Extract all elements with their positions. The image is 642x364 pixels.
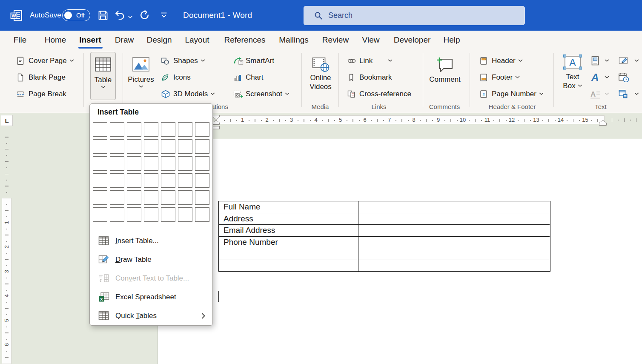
menu-item-draw-table[interactable]: Draw Table	[90, 250, 212, 269]
pictures-button[interactable]: Pictures	[129, 52, 153, 100]
document-table[interactable]: Full NameAddressEmail AddressPhone Numbe…	[218, 201, 550, 272]
grid-cell[interactable]	[178, 122, 192, 137]
page-number-button[interactable]: #Page Number	[479, 88, 544, 100]
icons-button[interactable]: Icons	[161, 72, 191, 83]
grid-cell[interactable]	[110, 139, 124, 154]
grid-cell[interactable]	[178, 156, 192, 171]
comment-button[interactable]: Comment	[432, 52, 458, 100]
tab-developer[interactable]: Developer	[394, 31, 431, 49]
table-cell-value[interactable]	[358, 237, 550, 248]
search-input[interactable]: Search	[304, 6, 525, 25]
grid-cell[interactable]	[144, 122, 158, 137]
grid-cell[interactable]	[127, 190, 141, 205]
table-cell-value[interactable]	[358, 248, 550, 260]
grid-cell[interactable]	[110, 122, 124, 137]
save-button[interactable]	[97, 10, 109, 23]
grid-cell[interactable]	[93, 207, 107, 222]
grid-cell[interactable]	[93, 122, 107, 137]
redo-button[interactable]	[139, 9, 150, 23]
menu-item-quick-tables[interactable]: Quick Tables	[90, 307, 212, 325]
grid-cell[interactable]	[161, 173, 175, 188]
undo-button[interactable]	[114, 9, 126, 23]
table-cell-label[interactable]	[219, 260, 358, 272]
menu-item-insert-table-[interactable]: Insert Table...	[90, 232, 212, 250]
grid-cell[interactable]	[161, 156, 175, 171]
grid-cell[interactable]	[127, 207, 141, 222]
tab-mailings[interactable]: Mailings	[279, 31, 309, 49]
menu-item-excel-spreadsheet[interactable]: xExcel Spreadsheet	[90, 288, 212, 307]
grid-cell[interactable]	[127, 156, 141, 171]
grid-cell[interactable]	[178, 173, 192, 188]
grid-cell[interactable]	[93, 139, 107, 154]
table-button[interactable]: Table	[90, 52, 116, 100]
grid-cell[interactable]	[195, 139, 209, 154]
tab-review[interactable]: Review	[322, 31, 349, 49]
grid-cell[interactable]	[144, 139, 158, 154]
right-indent-marker[interactable]	[599, 120, 607, 127]
header-button[interactable]: Header	[479, 55, 523, 66]
cross-reference-button[interactable]: Cross-reference	[347, 88, 411, 100]
table-cell-value[interactable]	[358, 225, 550, 236]
quick-parts-button[interactable]	[590, 55, 609, 66]
table-cell-label[interactable]: Full Name	[219, 201, 358, 213]
grid-cell[interactable]	[195, 190, 209, 205]
grid-cell[interactable]	[161, 207, 175, 222]
grid-cell[interactable]	[178, 207, 192, 222]
wordart-button[interactable]: A	[590, 72, 609, 83]
text-box-button[interactable]: A Text Box	[561, 52, 584, 100]
grid-cell[interactable]	[110, 156, 124, 171]
tab-home[interactable]: Home	[45, 31, 66, 49]
table-cell-label[interactable]: Address	[219, 213, 358, 225]
grid-cell[interactable]	[195, 156, 209, 171]
date-time-button[interactable]	[618, 72, 629, 83]
grid-cell[interactable]	[93, 190, 107, 205]
word-logo-icon[interactable]: W	[10, 9, 23, 24]
grid-cell[interactable]	[144, 156, 158, 171]
table-cell-value[interactable]	[358, 213, 550, 225]
tab-selector[interactable]: L	[1, 115, 13, 126]
table-cell-value[interactable]	[358, 201, 550, 213]
tab-help[interactable]: Help	[443, 31, 460, 49]
page-break-button[interactable]: Page Break	[16, 88, 66, 100]
grid-cell[interactable]	[195, 173, 209, 188]
signature-line-button[interactable]	[618, 55, 639, 66]
left-indent-marker[interactable]	[212, 123, 220, 131]
grid-cell[interactable]	[127, 173, 141, 188]
grid-cell[interactable]	[178, 139, 192, 154]
grid-cell[interactable]	[110, 173, 124, 188]
blank-page-button[interactable]: Blank Page	[16, 72, 66, 83]
grid-cell[interactable]	[161, 139, 175, 154]
grid-cell[interactable]	[127, 139, 141, 154]
cover-page-button[interactable]: Cover Page	[16, 55, 74, 66]
footer-button[interactable]: Footer	[479, 72, 520, 83]
grid-cell[interactable]	[127, 122, 141, 137]
grid-cell[interactable]	[161, 122, 175, 137]
grid-cell[interactable]	[161, 190, 175, 205]
object-button[interactable]	[618, 88, 639, 100]
table-cell-label[interactable]: Phone Number	[219, 237, 358, 248]
customize-quick-access-button[interactable]	[160, 12, 168, 20]
grid-cell[interactable]	[195, 207, 209, 222]
grid-cell[interactable]	[110, 207, 124, 222]
drop-cap-button[interactable]: A	[590, 88, 609, 100]
tab-layout[interactable]: Layout	[185, 31, 209, 49]
undo-dropdown-chevron-icon[interactable]	[128, 13, 133, 20]
chart-button[interactable]: Chart	[233, 72, 264, 83]
grid-cell[interactable]	[110, 190, 124, 205]
bookmark-button[interactable]: Bookmark	[347, 72, 392, 83]
link-button[interactable]: Link	[347, 55, 393, 66]
online-videos-button[interactable]: Online Videos	[307, 52, 334, 100]
grid-cell[interactable]	[178, 190, 192, 205]
menu-item-convert-text-to-table-[interactable]: Convert Text to Table...	[90, 269, 212, 288]
table-cell-label[interactable]: Email Address	[219, 225, 358, 236]
table-cell-value[interactable]	[358, 260, 550, 272]
screenshot-button[interactable]: Screenshot	[233, 88, 289, 100]
grid-cell[interactable]	[144, 173, 158, 188]
autosave-toggle[interactable]: Off	[62, 9, 90, 21]
grid-cell[interactable]	[144, 207, 158, 222]
tab-design[interactable]: Design	[146, 31, 172, 49]
grid-cell[interactable]	[93, 173, 107, 188]
grid-cell[interactable]	[93, 156, 107, 171]
smartart-button[interactable]: SmartArt	[233, 55, 274, 66]
table-cell-label[interactable]	[219, 248, 358, 260]
